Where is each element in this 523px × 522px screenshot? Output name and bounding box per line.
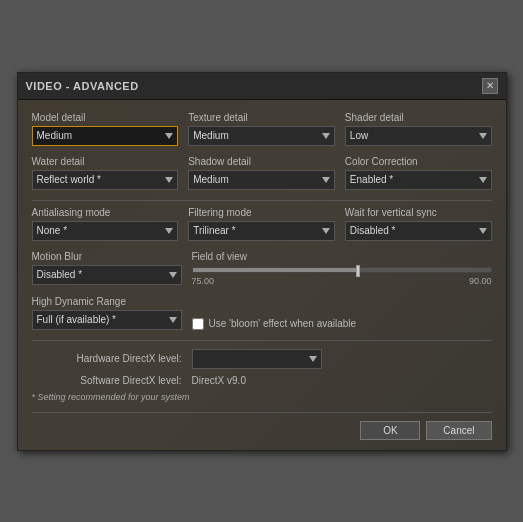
water-detail-select[interactable]: Reflect world * No reflections Reflect a…	[32, 170, 179, 190]
color-correction-label: Color Correction	[345, 156, 492, 167]
vsync-group: Wait for vertical sync Disabled * Enable…	[345, 207, 492, 241]
antialiasing-select[interactable]: None * 2x MSAA 4x MSAA 8x MSAA	[32, 221, 179, 241]
ok-button[interactable]: OK	[360, 421, 420, 440]
fov-max-label: 90.00	[469, 276, 492, 286]
hardware-directx-select[interactable]	[192, 349, 322, 369]
shadow-detail-select[interactable]: Medium Low High Very High	[188, 170, 335, 190]
bloom-row: Use 'bloom' effect when available	[192, 318, 492, 330]
fov-slider-labels: 75.00 90.00	[192, 276, 492, 286]
row-4: Motion Blur Disabled * Enabled Field of …	[32, 251, 492, 286]
software-directx-row: Software DirectX level: DirectX v9.0	[32, 375, 492, 386]
footer-note: * Setting recommended for your system	[32, 392, 492, 402]
close-button[interactable]: ✕	[482, 78, 498, 94]
texture-detail-group: Texture detail Medium Low High Very High	[188, 112, 335, 146]
hardware-directx-label: Hardware DirectX level:	[32, 353, 182, 364]
model-detail-label: Model detail	[32, 112, 179, 123]
fov-slider-fill	[193, 268, 357, 272]
fov-label: Field of view	[192, 251, 492, 262]
directx-section: Hardware DirectX level: Software DirectX…	[32, 340, 492, 386]
motion-blur-select[interactable]: Disabled * Enabled	[32, 265, 182, 285]
cancel-button[interactable]: Cancel	[426, 421, 491, 440]
fov-group: Field of view 75.00 90.00	[192, 251, 492, 286]
row-5: High Dynamic Range Full (if available) *…	[32, 296, 492, 330]
dialog-content: Model detail Medium Low High Very High T…	[18, 100, 506, 450]
shader-detail-group: Shader detail Low Medium High	[345, 112, 492, 146]
hdr-select[interactable]: Full (if available) * Disabled Enabled	[32, 310, 182, 330]
fov-slider-track[interactable]	[192, 267, 492, 273]
bloom-label: Use 'bloom' effect when available	[209, 318, 357, 329]
model-detail-group: Model detail Medium Low High Very High	[32, 112, 179, 146]
color-correction-select[interactable]: Enabled * Disabled	[345, 170, 492, 190]
hdr-group: High Dynamic Range Full (if available) *…	[32, 296, 182, 330]
video-advanced-dialog: VIDEO - ADVANCED ✕ Model detail Medium L…	[17, 72, 507, 451]
filtering-mode-label: Filtering mode	[188, 207, 335, 218]
antialiasing-label: Antialiasing mode	[32, 207, 179, 218]
dialog-title: VIDEO - ADVANCED	[26, 80, 139, 92]
divider-1	[32, 200, 492, 201]
row-3: Antialiasing mode None * 2x MSAA 4x MSAA…	[32, 207, 492, 241]
shadow-detail-label: Shadow detail	[188, 156, 335, 167]
row-2: Water detail Reflect world * No reflecti…	[32, 156, 492, 190]
filtering-mode-select[interactable]: Trilinear * Bilinear Anisotropic 2x Anis…	[188, 221, 335, 241]
fov-min-label: 75.00	[192, 276, 215, 286]
motion-blur-group: Motion Blur Disabled * Enabled	[32, 251, 182, 286]
vsync-label: Wait for vertical sync	[345, 207, 492, 218]
motion-blur-label: Motion Blur	[32, 251, 182, 262]
shader-detail-label: Shader detail	[345, 112, 492, 123]
software-directx-label: Software DirectX level:	[32, 375, 182, 386]
software-directx-value: DirectX v9.0	[192, 375, 246, 386]
water-detail-label: Water detail	[32, 156, 179, 167]
model-detail-select[interactable]: Medium Low High Very High	[32, 126, 179, 146]
bloom-group: Use 'bloom' effect when available	[192, 296, 492, 330]
water-detail-group: Water detail Reflect world * No reflecti…	[32, 156, 179, 190]
hdr-label: High Dynamic Range	[32, 296, 182, 307]
color-correction-group: Color Correction Enabled * Disabled	[345, 156, 492, 190]
shadow-detail-group: Shadow detail Medium Low High Very High	[188, 156, 335, 190]
filtering-mode-group: Filtering mode Trilinear * Bilinear Anis…	[188, 207, 335, 241]
fov-slider-container[interactable]: 75.00 90.00	[192, 265, 492, 286]
row-1: Model detail Medium Low High Very High T…	[32, 112, 492, 146]
fov-slider-thumb[interactable]	[356, 265, 360, 277]
texture-detail-select[interactable]: Medium Low High Very High	[188, 126, 335, 146]
title-bar: VIDEO - ADVANCED ✕	[18, 73, 506, 100]
hardware-directx-row: Hardware DirectX level:	[32, 349, 492, 369]
antialiasing-group: Antialiasing mode None * 2x MSAA 4x MSAA…	[32, 207, 179, 241]
vsync-select[interactable]: Disabled * Enabled	[345, 221, 492, 241]
texture-detail-label: Texture detail	[188, 112, 335, 123]
button-row: OK Cancel	[32, 412, 492, 440]
shader-detail-select[interactable]: Low Medium High	[345, 126, 492, 146]
bloom-checkbox[interactable]	[192, 318, 204, 330]
